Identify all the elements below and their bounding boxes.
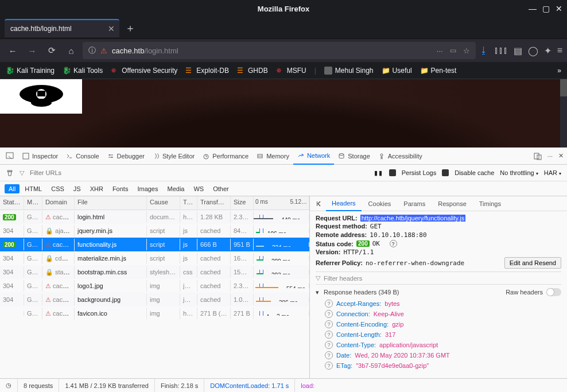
filter-type-other[interactable]: Other — [209, 184, 233, 193]
filter-type-ws[interactable]: WS — [189, 184, 208, 193]
content-scrollbar[interactable] — [560, 79, 567, 148]
filter-type-css[interactable]: CSS — [47, 184, 68, 193]
help-icon[interactable]: ? — [325, 331, 333, 339]
filter-type-html[interactable]: HTML — [21, 184, 46, 193]
detail-tab-headers[interactable]: Headers — [326, 196, 362, 211]
detail-tab-params[interactable]: Params — [398, 196, 431, 211]
detail-tab-cookies[interactable]: Cookies — [363, 196, 397, 211]
filter-type-media[interactable]: Media — [163, 184, 188, 193]
devtools-tab-memory[interactable]: Memory — [253, 148, 293, 165]
bookmark-star-icon[interactable]: ☆ — [463, 46, 470, 55]
pause-icon[interactable]: ▮▮ — [374, 169, 383, 177]
detail-tab-response[interactable]: Response — [432, 196, 472, 211]
bookmark-mehul-singh[interactable]: Mehul Singh — [324, 67, 374, 75]
column-header[interactable]: Status — [0, 196, 24, 209]
request-row[interactable]: 304GET🔒 ajax…jquery.min.jsscriptjscached… — [0, 224, 309, 238]
help-icon[interactable]: ? — [325, 310, 333, 318]
column-header[interactable]: Domain — [42, 196, 75, 209]
forward-button[interactable]: → — [24, 42, 40, 59]
help-icon[interactable]: ? — [325, 341, 333, 349]
bookmark-useful[interactable]: 📁Useful — [382, 67, 412, 75]
devtools-tab-console[interactable]: Console — [62, 148, 103, 165]
request-row[interactable]: 304GET🔒 cdnjs…materialize.min.jsscriptjs… — [0, 251, 309, 265]
filter-icon[interactable]: ▽ — [20, 169, 24, 177]
filter-icon[interactable]: ▽ — [316, 274, 320, 282]
filter-headers-label[interactable]: Filter headers — [324, 275, 362, 282]
detail-tab-timings[interactable]: Timings — [473, 196, 507, 211]
devtools-tab-storage[interactable]: Storage — [334, 148, 374, 165]
url-bar[interactable]: ⓘ ⚠ cache.htb/login.html ··· ▭ ☆ — [83, 42, 476, 59]
library-icon[interactable]: ⫿⫿⫿ — [494, 45, 508, 56]
back-button[interactable]: ← — [5, 42, 21, 59]
help-icon[interactable]: ? — [325, 320, 333, 328]
timing-icon[interactable]: ◷ — [6, 382, 11, 389]
devtools-tab-style-editor[interactable]: Style Editor — [149, 148, 199, 165]
tab-close-icon[interactable]: ✕ — [108, 24, 115, 33]
site-info-icon[interactable]: ⓘ — [88, 45, 96, 56]
help-icon[interactable]: ? — [325, 300, 333, 308]
devtools-tab-debugger[interactable]: Debugger — [103, 148, 149, 165]
throttling-select[interactable]: No throttling ▾ — [500, 169, 538, 176]
devtools-tab-performance[interactable]: Performance — [199, 148, 253, 165]
filter-type-js[interactable]: JS — [69, 184, 85, 193]
new-tab-button[interactable]: ＋ — [125, 21, 135, 35]
bookmark-msfu[interactable]: ✵MSFU — [276, 67, 306, 75]
reload-button[interactable]: ⟳ — [44, 42, 60, 59]
filter-urls-input[interactable] — [30, 169, 109, 176]
clear-icon[interactable] — [6, 169, 14, 177]
filter-type-images[interactable]: Images — [133, 184, 162, 193]
status-help-icon[interactable]: ? — [390, 240, 397, 247]
bookmark-kali-tools[interactable]: 🐉Kali Tools — [63, 67, 103, 75]
request-row[interactable]: GET⚠ cach…favicon.icoimghtml271 B (rac…2… — [0, 306, 309, 320]
raw-headers-toggle[interactable] — [546, 288, 561, 296]
page-actions-icon[interactable]: ··· — [437, 46, 443, 55]
account-icon[interactable]: ◯ — [528, 45, 538, 56]
devtools-tab-accessibility[interactable]: Accessibility — [374, 148, 426, 165]
response-headers-section[interactable]: ▾ Response headers (349 B) Raw headers — [316, 286, 561, 298]
maximize-icon[interactable]: ▢ — [542, 4, 550, 13]
minimize-icon[interactable]: — — [529, 4, 537, 13]
disable-cache-checkbox[interactable] — [442, 169, 449, 176]
devtools-tab-inspector[interactable]: Inspector — [18, 148, 62, 165]
column-header[interactable]: Cause — [147, 196, 180, 209]
filter-type-xhr[interactable]: XHR — [86, 184, 107, 193]
column-header[interactable]: Size — [231, 196, 254, 209]
request-row[interactable]: 200GET⚠ cach…login.htmldocumenthtml1.28 … — [0, 210, 309, 224]
menu-icon[interactable]: ≡ — [557, 45, 562, 56]
devtools-close-icon[interactable]: ✕ — [558, 152, 564, 160]
persist-logs-checkbox[interactable] — [389, 169, 396, 176]
bookmark-pen-test[interactable]: 📁Pen-test — [420, 67, 457, 75]
har-menu[interactable]: HAR ▾ — [544, 169, 561, 176]
filter-type-all[interactable]: All — [5, 184, 20, 193]
help-icon[interactable]: ? — [325, 362, 333, 370]
ext-icon[interactable]: ✦ — [544, 45, 552, 56]
request-row[interactable]: 304GET⚠ cach…logo1.jpgimgjpegcached2.3…5… — [0, 279, 309, 293]
downloads-icon[interactable]: ⭳ — [479, 45, 488, 56]
bookmark-offensive-security[interactable]: ✵Offensive Security — [111, 67, 177, 75]
bookmark-exploit-db[interactable]: ☰Exploit-DB — [185, 67, 229, 75]
details-back-icon[interactable] — [313, 200, 325, 207]
bookmark-kali-training[interactable]: 🐉Kali Training — [6, 67, 55, 75]
browser-tab[interactable]: cache.htb/login.html ✕ — [5, 19, 119, 37]
scrollbar-thumb[interactable] — [560, 79, 567, 96]
help-icon[interactable]: ? — [325, 351, 333, 359]
devtools-tab-network[interactable]: Network — [293, 148, 334, 165]
request-url-value[interactable]: http://cache.htb/jquery/functionality.js — [360, 215, 466, 222]
column-header[interactable]: M… — [24, 196, 42, 209]
bookmarks-overflow-icon[interactable]: » — [557, 67, 561, 75]
column-header[interactable]: Ty… — [180, 196, 197, 209]
twisty-icon[interactable]: ▾ — [316, 289, 319, 296]
request-row[interactable]: 200GET⚠ cach…functionality.jsscriptjs666… — [0, 238, 309, 251]
home-button[interactable]: ⌂ — [63, 42, 79, 59]
devtools-menu-icon[interactable]: ··· — [547, 153, 553, 160]
column-header[interactable]: File — [75, 196, 147, 209]
responsive-mode-icon[interactable] — [534, 152, 542, 160]
close-icon[interactable]: ✕ — [556, 4, 562, 13]
filter-type-fonts[interactable]: Fonts — [108, 184, 133, 193]
request-row[interactable]: 304GET🔒 stack…bootstrap.min.cssstyleshee… — [0, 265, 309, 279]
reader-mode-icon[interactable]: ▭ — [450, 46, 456, 55]
edit-resend-button[interactable]: Edit and Resend — [504, 257, 561, 269]
sidebar-icon[interactable]: ▤ — [514, 45, 522, 56]
request-row[interactable]: 304GET⚠ cach…background.jpgimgjpegcached… — [0, 293, 309, 306]
column-header[interactable]: Transfe… — [197, 196, 231, 209]
